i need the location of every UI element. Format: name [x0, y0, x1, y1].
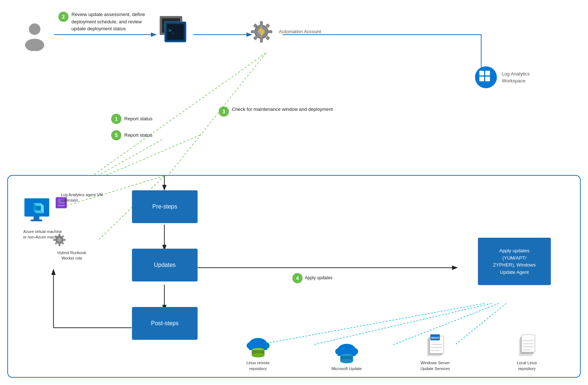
svg-point-7 — [25, 39, 44, 51]
step5-text: Report status — [124, 132, 152, 138]
repo-ms-update: Microsoft Update — [331, 342, 362, 372]
repo-linux-remote: Linux remote repository — [240, 336, 276, 372]
svg-point-75 — [340, 359, 353, 363]
portal-icon-wrap: _ >_ — [157, 15, 190, 48]
ms-update-label: Microsoft Update — [331, 366, 362, 372]
hybrid-label: Hybrid Runbook Worker role — [52, 250, 92, 261]
svg-point-53 — [58, 238, 61, 242]
presteps-box: Pre-steps — [132, 190, 198, 223]
svg-rect-57 — [63, 239, 66, 241]
vm-monitor-icon — [23, 198, 55, 223]
hybrid-gear-icon — [52, 232, 67, 248]
updates-label: Updates — [154, 262, 176, 268]
presteps-label: Pre-steps — [152, 203, 177, 210]
automation-label: Automation Account — [279, 28, 321, 35]
person-icon-wrap — [22, 22, 47, 52]
step3-text: Check for maintenance window and deploym… — [232, 106, 333, 113]
svg-rect-56 — [53, 239, 56, 241]
step4-bubble: 4 — [292, 273, 303, 283]
step2-bubble: 2 — [58, 12, 69, 22]
repo-local-linux: Local Linux repository — [509, 332, 545, 372]
la-agent-label-wrap: Log Analytics agent VM extension — [61, 192, 105, 203]
repo-wsus: WSUS Windows Server Update Services — [417, 332, 453, 372]
step4-wrap: 4 Apply updates — [292, 272, 332, 283]
svg-rect-54 — [59, 234, 61, 236]
svg-rect-42 — [24, 198, 49, 217]
bottom-section: Azure virtual machine or non-Azure machi… — [7, 175, 581, 378]
ms-update-icon — [334, 342, 359, 364]
svg-line-2 — [157, 53, 266, 190]
wsus-label: Windows Server Update Services — [417, 360, 453, 372]
svg-rect-26 — [479, 71, 484, 75]
step2-text: Review update assessment, define deploym… — [71, 11, 152, 32]
step3-wrap: 3 Check for maintenance window and deplo… — [219, 106, 333, 117]
la-agent-label: Log Analytics agent VM extension — [61, 192, 105, 203]
step1-wrap: 1 Report status — [111, 113, 152, 124]
svg-rect-48 — [31, 219, 42, 221]
svg-rect-28 — [479, 77, 484, 81]
svg-rect-29 — [485, 77, 490, 81]
law-icon — [474, 66, 498, 89]
step1-bubble: 1 — [111, 114, 121, 124]
hybrid-wrap: Hybrid Runbook Worker role — [52, 232, 92, 261]
wsus-icon: WSUS — [424, 332, 446, 358]
svg-rect-55 — [59, 244, 61, 246]
svg-text:WSUS: WSUS — [431, 336, 439, 339]
svg-rect-16 — [260, 21, 263, 26]
svg-rect-19 — [268, 30, 272, 33]
poststeps-box: Post-steps — [132, 307, 198, 340]
law-label: Log AnalyticsWorkspace — [502, 71, 530, 84]
step2-wrap: 2 Review update assessment, define deplo… — [58, 11, 152, 32]
linux-remote-label: Linux remote repository — [240, 360, 276, 372]
law-wrap: Log AnalyticsWorkspace — [474, 66, 530, 89]
svg-rect-17 — [260, 38, 263, 43]
poststeps-label: Post-steps — [151, 320, 179, 327]
svg-line-3 — [73, 53, 266, 190]
svg-rect-27 — [485, 71, 490, 75]
user-icon — [22, 22, 47, 51]
step3-bubble: 3 — [219, 106, 229, 117]
linux-repo-icon — [245, 336, 271, 358]
local-linux-icon — [517, 332, 537, 358]
svg-text:>_: >_ — [168, 27, 175, 34]
automation-wrap: Automation Account — [248, 18, 321, 46]
step5-wrap: 5 Report status — [111, 129, 152, 140]
portal-icon: _ >_ — [157, 15, 190, 47]
repo-row: Linux remote repository Microsoft Update — [212, 332, 573, 372]
svg-rect-51 — [58, 205, 65, 206]
step4-text: Apply updates — [305, 275, 332, 281]
step5-bubble: 5 — [111, 130, 121, 140]
updates-box: Updates — [132, 249, 198, 281]
apply-updates-box: Apply updates (YUM/APT/ ZYPHER), Windows… — [478, 238, 551, 285]
automation-icon — [248, 18, 275, 46]
svg-rect-18 — [251, 30, 255, 33]
svg-point-68 — [252, 353, 264, 357]
local-linux-label: Local Linux repository — [509, 360, 545, 372]
apply-updates-label: Apply updates (YUM/APT/ ZYPHER), Windows… — [493, 247, 536, 276]
top-section: 2 Review update assessment, define deplo… — [0, 0, 588, 190]
svg-point-6 — [29, 23, 40, 35]
svg-rect-47 — [34, 217, 39, 219]
step1-text: Report status — [124, 116, 152, 121]
